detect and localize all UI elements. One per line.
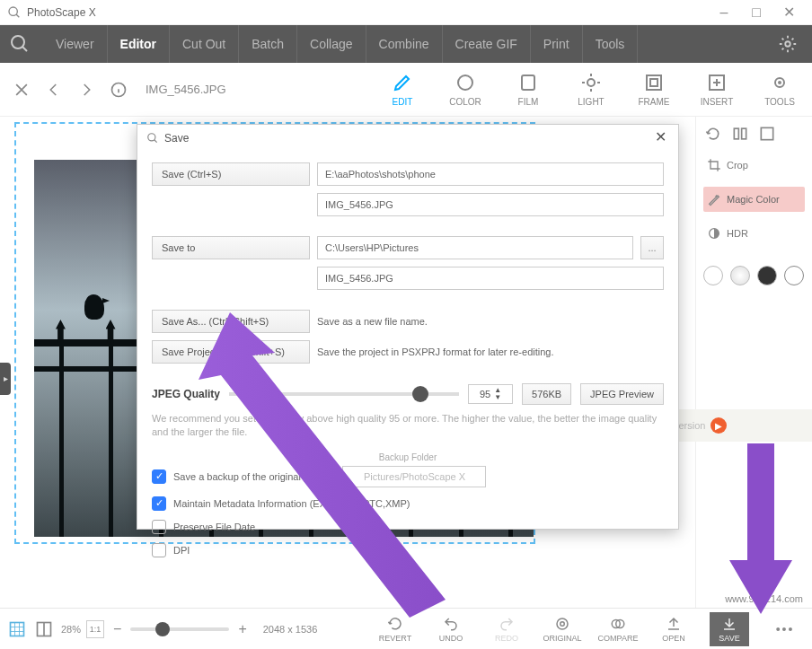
color-swatches (703, 266, 805, 285)
notification-dot[interactable]: ▶ (710, 417, 727, 434)
dpi-checkbox[interactable] (152, 543, 166, 557)
nav-combine[interactable]: Combine (366, 25, 443, 63)
zoom-value: 28% (61, 624, 81, 635)
zoom-controls: 28% 1:1 − + (61, 620, 251, 638)
saveto-filename-field[interactable]: IMG_5456.JPG (317, 267, 664, 290)
more-button[interactable]: ••• (765, 612, 805, 646)
window-close-button[interactable]: ✕ (772, 1, 805, 24)
svg-rect-13 (742, 128, 746, 139)
compare-button[interactable]: COMPARE (598, 612, 638, 646)
open-button[interactable]: OPEN (654, 612, 693, 646)
window-minimize-button[interactable]: – (708, 1, 740, 24)
tab-frame[interactable]: FRAME (632, 72, 675, 107)
next-image-button[interactable] (75, 79, 97, 101)
prev-image-button[interactable] (43, 79, 65, 101)
backup-folder-field[interactable]: Pictures/PhotoScape X (342, 466, 486, 487)
save-project-desc: Save the project in PSXPRJ format for la… (317, 346, 664, 357)
nav-viewer[interactable]: Viewer (43, 25, 108, 63)
nav-creategif[interactable]: Create GIF (443, 25, 531, 63)
zoom-out-button[interactable]: − (110, 621, 125, 637)
dialog-app-icon (146, 132, 159, 145)
svg-point-1 (12, 36, 24, 48)
svg-point-22 (148, 134, 155, 141)
dialog-titlebar[interactable]: Save ✕ (137, 125, 678, 152)
save-path-field[interactable]: E:\aaPhotos\shots\phone (317, 162, 664, 186)
nav-cutout[interactable]: Cut Out (170, 25, 239, 63)
crop-tool[interactable]: Crop (703, 153, 805, 178)
tab-tools[interactable]: TOOLS (758, 72, 801, 107)
grid-toggle-icon[interactable] (7, 619, 27, 639)
tab-insert[interactable]: INSERT (695, 72, 738, 107)
jpeg-quality-hint: We recommend you set the quality above h… (152, 412, 664, 440)
undo-button[interactable]: UNDO (431, 612, 471, 646)
save-as-button[interactable]: Save As... (Ctrl+Shift+S) (152, 310, 310, 333)
editor-toolbar: IMG_5456.JPG EDIT COLOR FILM LIGHT FRAME… (0, 63, 812, 117)
svg-point-11 (778, 81, 781, 84)
swatch-gray[interactable] (730, 266, 750, 285)
svg-point-0 (9, 7, 17, 15)
svg-rect-16 (11, 622, 24, 636)
jpeg-quality-slider[interactable] (229, 392, 459, 396)
rotate-left-icon[interactable] (703, 124, 723, 144)
svg-rect-7 (647, 75, 661, 90)
search-icon[interactable] (9, 33, 31, 55)
original-button[interactable]: ORIGINAL (543, 612, 582, 646)
save-as-desc: Save as a new file name. (317, 316, 664, 327)
resize-icon[interactable] (757, 124, 777, 144)
swatch-black[interactable] (757, 266, 777, 285)
svg-rect-14 (761, 127, 772, 139)
app-title: PhotoScape X (27, 6, 708, 19)
save-project-button[interactable]: Save Project... (Alt+Shift+S) (152, 340, 310, 364)
jpeg-size-button[interactable]: 576KB (522, 383, 571, 405)
settings-gear-icon[interactable] (778, 34, 798, 54)
nav-batch[interactable]: Batch (239, 25, 297, 63)
jpeg-quality-value[interactable]: 95▲▼ (468, 384, 513, 404)
dialog-close-button[interactable]: ✕ (651, 129, 669, 147)
info-button[interactable] (108, 79, 129, 101)
nav-collage[interactable]: Collage (297, 25, 366, 63)
svg-rect-5 (522, 75, 534, 90)
saveto-path-field[interactable]: C:\Users\HP\Pictures (317, 236, 633, 259)
close-file-button[interactable] (11, 79, 32, 101)
metadata-checkbox[interactable]: ✓ (152, 496, 166, 511)
magic-color-tool[interactable]: Magic Color (703, 187, 805, 212)
flip-icon[interactable] (730, 124, 750, 144)
nav-print[interactable]: Print (531, 25, 583, 63)
bottom-bar: 28% 1:1 − + 2048 x 1536 REVERT UNDO REDO… (0, 608, 812, 649)
swatch-white[interactable] (703, 266, 723, 285)
dpi-label: DPI (173, 545, 190, 556)
hdr-tool[interactable]: HDR (703, 221, 805, 246)
tab-color[interactable]: COLOR (444, 72, 487, 107)
svg-point-19 (560, 621, 565, 626)
split-view-icon[interactable] (34, 619, 54, 639)
preserve-date-checkbox[interactable] (152, 520, 166, 534)
save-filename-field[interactable]: IMG_5456.JPG (317, 193, 664, 216)
save-button[interactable]: SAVE (710, 612, 749, 646)
tab-film[interactable]: FILM (507, 72, 550, 107)
zoom-slider[interactable] (130, 627, 229, 631)
redo-button[interactable]: REDO (487, 612, 526, 646)
zoom-in-button[interactable]: + (234, 621, 250, 637)
current-filename: IMG_5456.JPG (146, 83, 226, 96)
svg-point-4 (458, 75, 472, 90)
right-panel: Crop Magic Color HDR (695, 117, 812, 608)
backup-checkbox-row: ✓ Save a backup of the original photo Pi… (152, 466, 664, 487)
nav-tools[interactable]: Tools (583, 25, 639, 63)
browse-folder-button[interactable]: ... (640, 236, 664, 259)
tab-edit[interactable]: EDIT (381, 72, 424, 107)
nav-editor[interactable]: Editor (108, 25, 170, 63)
jpeg-preview-button[interactable]: JPEG Preview (580, 383, 664, 405)
save-ctrl-s-button[interactable]: Save (Ctrl+S) (152, 162, 310, 186)
metadata-check-label: Maintain Metadata Information (EXIF,GPS,… (173, 498, 410, 509)
backup-checkbox[interactable]: ✓ (152, 469, 166, 484)
svg-point-6 (587, 79, 595, 86)
save-to-button[interactable]: Save to (152, 236, 310, 259)
revert-button[interactable]: REVERT (375, 612, 415, 646)
fit-icon[interactable]: 1:1 (86, 620, 104, 638)
watermark-url: www.989214.com (725, 593, 803, 604)
window-maximize-button[interactable]: □ (740, 1, 772, 24)
swatch-drop[interactable] (784, 266, 804, 285)
tab-light[interactable]: LIGHT (569, 72, 613, 107)
save-dialog: Save ✕ Save (Ctrl+S) E:\aaPhotos\shots\p… (137, 124, 679, 530)
backup-folder-label: Backup Folder (152, 452, 664, 462)
